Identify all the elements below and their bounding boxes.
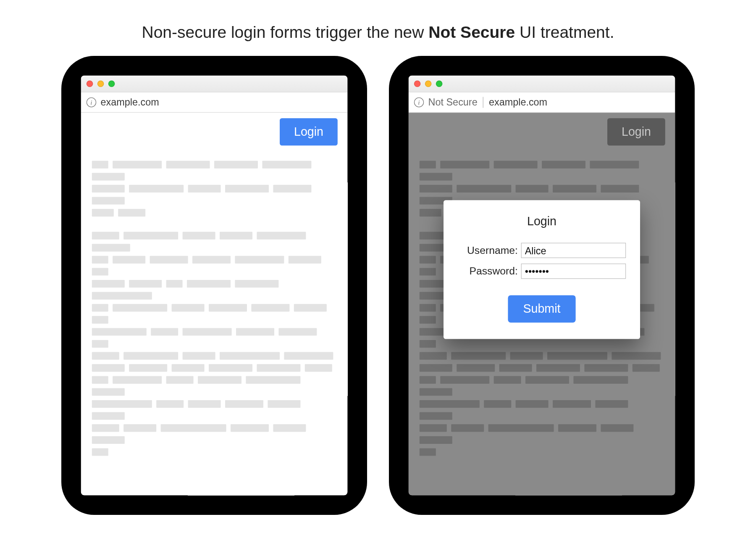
titlebar <box>81 76 347 92</box>
placeholder-bar <box>584 364 628 372</box>
placeholder-bar <box>420 209 441 216</box>
placeholder-bar <box>235 280 278 287</box>
placeholder-bar <box>420 232 447 240</box>
placeholder-bar <box>220 232 252 240</box>
placeholder-bar <box>166 280 183 287</box>
placeholder-bar <box>595 400 628 408</box>
placeholder-bar <box>289 256 321 264</box>
login-modal: Login Username: Alice Password: ••••••• … <box>444 200 640 339</box>
placeholder-bar <box>92 173 125 180</box>
placeholder-bar <box>231 424 269 432</box>
placeholder-bar <box>220 352 280 360</box>
placeholder-bar <box>420 424 447 432</box>
placeholder-bar <box>113 304 167 311</box>
placeholder-bar <box>257 364 300 372</box>
placeholder-bar <box>156 400 184 408</box>
address-bar[interactable]: i Not Secure example.com <box>409 92 675 113</box>
address-bar[interactable]: i example.com <box>81 92 347 113</box>
page-content: Login <box>81 113 347 495</box>
placeholder-bar <box>92 412 125 420</box>
placeholder-bar <box>451 352 506 360</box>
submit-button[interactable]: Submit <box>508 295 576 322</box>
placeholder-bar <box>573 376 628 384</box>
placeholder-bar <box>92 292 152 300</box>
placeholder-bar <box>183 232 215 240</box>
placeholder-bar <box>268 400 300 408</box>
placeholder-bar <box>92 244 130 251</box>
placeholder-bar <box>457 364 495 372</box>
maximize-icon[interactable] <box>436 80 443 87</box>
url-text: example.com <box>489 97 547 108</box>
placeholder-bar <box>294 304 327 311</box>
placeholder-bar <box>198 376 242 384</box>
maximize-icon[interactable] <box>108 80 115 87</box>
placeholder-bar <box>166 376 194 384</box>
close-icon[interactable] <box>414 80 421 87</box>
placeholder-bar <box>236 328 274 335</box>
minimize-icon[interactable] <box>425 80 432 87</box>
placeholder-bar <box>420 436 452 444</box>
placeholder-bar <box>92 436 125 444</box>
placeholder-bar <box>92 352 119 360</box>
placeholder-bar <box>305 364 332 372</box>
password-input[interactable]: ••••••• <box>521 264 626 279</box>
placeholder-bar <box>92 161 108 169</box>
placeholder-bar <box>633 364 660 372</box>
placeholder-bar <box>420 161 436 169</box>
placeholder-bar <box>612 352 661 360</box>
placeholder-bar <box>420 412 452 420</box>
placeholder-bar <box>262 161 311 169</box>
placeholder-bar <box>187 280 231 287</box>
username-input[interactable]: Alice <box>521 243 626 258</box>
placeholder-bar <box>161 424 226 432</box>
placeholder-bar <box>92 400 152 408</box>
minimize-icon[interactable] <box>97 80 104 87</box>
placeholder-bar <box>92 209 114 216</box>
placeholder-bar <box>420 400 480 408</box>
close-icon[interactable] <box>87 80 93 87</box>
placeholder-bar <box>188 400 221 408</box>
browser-window-right: i Not Secure example.com Login Login Use… <box>409 76 675 495</box>
placeholder-bar <box>547 352 607 360</box>
placeholder-bar <box>118 209 145 216</box>
placeholder-bar <box>251 304 289 311</box>
placeholder-bar <box>209 304 247 311</box>
placeholder-bar <box>510 352 543 360</box>
placeholder-bar <box>457 185 511 193</box>
placeholder-bar <box>516 185 549 193</box>
placeholder-bar <box>92 268 108 275</box>
url-text: example.com <box>101 97 159 108</box>
placeholder-bar <box>440 376 489 384</box>
caption: Non-secure login forms trigger the new N… <box>61 23 695 42</box>
placeholder-bar <box>420 268 436 275</box>
info-icon[interactable]: i <box>414 98 424 107</box>
placeholder-bar <box>113 161 162 169</box>
placeholder-bar <box>92 424 119 432</box>
placeholder-bar <box>516 400 549 408</box>
placeholder-bar <box>525 376 569 384</box>
placeholder-bar <box>278 328 317 335</box>
placeholder-bar <box>273 424 306 432</box>
placeholder-bar <box>113 376 162 384</box>
info-icon[interactable]: i <box>87 98 96 107</box>
placeholder-bar <box>601 424 633 432</box>
page-content: Login Login Username: Alice Password: ••… <box>409 113 675 495</box>
placeholder-bar <box>284 352 333 360</box>
placeholder-bar <box>183 352 215 360</box>
login-button[interactable]: Login <box>607 118 665 145</box>
placeholder-bar <box>225 400 263 408</box>
placeholder-bar <box>553 185 596 193</box>
placeholder-bar <box>172 364 205 372</box>
placeholder-bar <box>558 424 596 432</box>
security-status: Not Secure <box>428 97 478 108</box>
placeholder-bar <box>129 280 162 287</box>
placeholder-bar <box>420 173 452 180</box>
placeholder-bar <box>92 280 125 287</box>
placeholder-bar <box>420 352 447 360</box>
login-button[interactable]: Login <box>280 118 338 145</box>
placeholder-bar <box>92 340 108 348</box>
placeholder-bar <box>92 256 108 264</box>
placeholder-bar <box>601 185 639 193</box>
placeholder-bar <box>92 304 108 311</box>
placeholder-bar <box>494 376 521 384</box>
